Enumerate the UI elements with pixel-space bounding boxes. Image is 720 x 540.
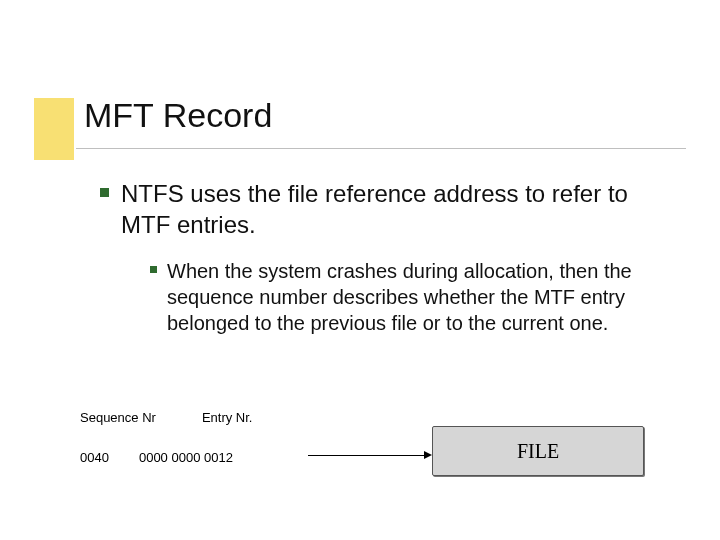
sequence-nr-label: Sequence Nr: [80, 410, 156, 425]
entry-nr-label: Entry Nr.: [202, 410, 253, 425]
bullet-level2: When the system crashes during allocatio…: [150, 258, 680, 336]
arrow-right-icon: [424, 451, 432, 459]
bullet1-text: NTFS uses the file reference address to …: [121, 178, 680, 240]
slide-title: MFT Record: [84, 96, 272, 135]
file-reference-diagram: Sequence Nr Entry Nr. 0040 0000 0000 001…: [80, 410, 680, 510]
square-bullet-icon: [150, 266, 157, 273]
sequence-nr-value: 0040: [80, 450, 109, 465]
file-box-label: FILE: [517, 440, 559, 463]
title-underline: [76, 148, 686, 149]
bullet2-text: When the system crashes during allocatio…: [167, 258, 680, 336]
title-accent: [34, 98, 74, 160]
bullet-level1: NTFS uses the file reference address to …: [100, 178, 680, 240]
entry-nr-value: 0000 0000 0012: [139, 450, 233, 465]
file-record-box: FILE: [432, 426, 644, 476]
square-bullet-icon: [100, 188, 109, 197]
arrow-line: [308, 455, 428, 456]
